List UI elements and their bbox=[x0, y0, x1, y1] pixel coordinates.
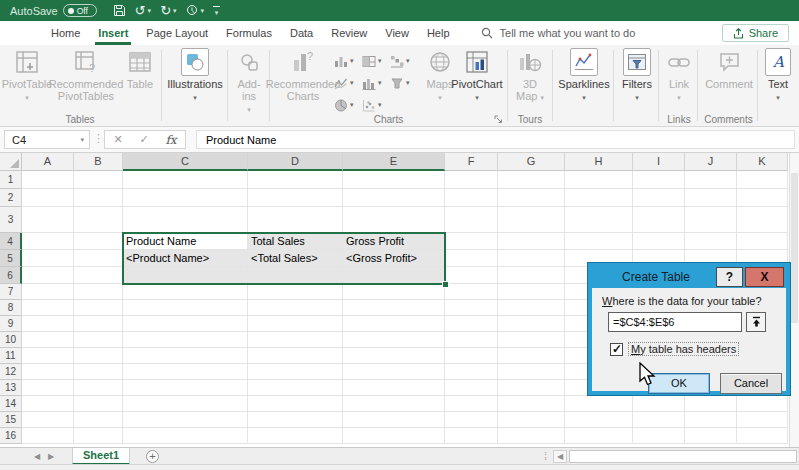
row-header-15[interactable]: 15 bbox=[0, 412, 22, 428]
grid-cell-J2[interactable] bbox=[685, 189, 737, 207]
share-button[interactable]: Share bbox=[722, 24, 789, 42]
horizontal-scrollbar[interactable]: ◀ bbox=[553, 450, 797, 463]
grid-cell-B16[interactable] bbox=[74, 428, 123, 444]
autosave-control[interactable]: AutoSave Off bbox=[10, 4, 97, 17]
grid-cell-E1[interactable] bbox=[343, 171, 445, 189]
grid-cell-K3[interactable] bbox=[737, 207, 788, 233]
grid-cell-B13[interactable] bbox=[74, 380, 123, 396]
table-range-input[interactable] bbox=[608, 312, 742, 332]
grid-cell-C16[interactable] bbox=[123, 428, 248, 444]
fill-handle[interactable] bbox=[442, 281, 449, 288]
grid-cell-C10[interactable] bbox=[123, 332, 248, 348]
formula-bar-drag-handle[interactable]: ⋮ bbox=[93, 132, 104, 145]
grid-cell-H14[interactable] bbox=[565, 396, 633, 412]
grid-cell-C6[interactable] bbox=[123, 267, 248, 284]
grid-cell-F14[interactable] bbox=[445, 396, 498, 412]
tell-me-search[interactable]: Tell me what you want to do bbox=[481, 27, 636, 39]
pivotchart-button[interactable]: PivotChart ▾ bbox=[450, 48, 504, 104]
column-header-J[interactable]: J bbox=[685, 153, 737, 171]
sheet-tab-sheet1[interactable]: Sheet1 bbox=[72, 448, 130, 465]
dialog-title-bar[interactable]: Create Table ? X bbox=[592, 267, 786, 288]
grid-cell-C3[interactable] bbox=[123, 207, 248, 233]
tab-review[interactable]: Review bbox=[322, 21, 376, 45]
formula-input[interactable]: Product Name bbox=[196, 130, 795, 149]
grid-cell-E14[interactable] bbox=[343, 396, 445, 412]
row-header-3[interactable]: 3 bbox=[0, 207, 22, 233]
grid-cell-K16[interactable] bbox=[737, 428, 788, 444]
grid-cell-D6[interactable] bbox=[248, 267, 343, 284]
previous-sheet-arrow[interactable]: ◀ bbox=[30, 452, 44, 461]
grid-cell-J3[interactable] bbox=[685, 207, 737, 233]
grid-cell-J1[interactable] bbox=[685, 171, 737, 189]
grid-cell-A5[interactable] bbox=[22, 250, 74, 267]
grid-cell-F12[interactable] bbox=[445, 364, 498, 380]
grid-cell-F8[interactable] bbox=[445, 300, 498, 316]
grid-cell-K2[interactable] bbox=[737, 189, 788, 207]
grid-cell-D8[interactable] bbox=[248, 300, 343, 316]
grid-cell-D9[interactable] bbox=[248, 316, 343, 332]
row-header-6[interactable]: 6 bbox=[0, 267, 22, 284]
grid-cell-G6[interactable] bbox=[498, 267, 565, 284]
grid-cell-G16[interactable] bbox=[498, 428, 565, 444]
column-header-A[interactable]: A bbox=[22, 153, 74, 171]
grid-cell-I2[interactable] bbox=[633, 189, 685, 207]
table-headers-checkbox-label[interactable]: My table has headers bbox=[629, 343, 738, 355]
grid-cell-I4[interactable] bbox=[633, 233, 685, 250]
table-headers-checkbox[interactable] bbox=[610, 343, 623, 356]
grid-cell-F3[interactable] bbox=[445, 207, 498, 233]
grid-cell-C7[interactable] bbox=[123, 284, 248, 300]
row-header-12[interactable]: 12 bbox=[0, 364, 22, 380]
grid-cell-A1[interactable] bbox=[22, 171, 74, 189]
grid-cell-F9[interactable] bbox=[445, 316, 498, 332]
grid-cell-E3[interactable] bbox=[343, 207, 445, 233]
grid-cell-K15[interactable] bbox=[737, 412, 788, 428]
grid-cell-D10[interactable] bbox=[248, 332, 343, 348]
grid-cell-A8[interactable] bbox=[22, 300, 74, 316]
grid-cell-A2[interactable] bbox=[22, 189, 74, 207]
column-header-K[interactable]: K bbox=[737, 153, 788, 171]
grid-cell-C9[interactable] bbox=[123, 316, 248, 332]
charts-dialog-launcher[interactable] bbox=[494, 114, 504, 124]
grid-cell-G7[interactable] bbox=[498, 284, 565, 300]
grid-cell-A9[interactable] bbox=[22, 316, 74, 332]
grid-cell-G1[interactable] bbox=[498, 171, 565, 189]
grid-cell-E13[interactable] bbox=[343, 380, 445, 396]
grid-cell-F10[interactable] bbox=[445, 332, 498, 348]
grid-cell-D11[interactable] bbox=[248, 348, 343, 364]
dialog-help-button[interactable]: ? bbox=[716, 267, 743, 287]
grid-cell-J15[interactable] bbox=[685, 412, 737, 428]
grid-cell-D2[interactable] bbox=[248, 189, 343, 207]
tab-page-layout[interactable]: Page Layout bbox=[137, 21, 217, 45]
grid-cell-D14[interactable] bbox=[248, 396, 343, 412]
grid-cell-H4[interactable] bbox=[565, 233, 633, 250]
grid-cell-H2[interactable] bbox=[565, 189, 633, 207]
grid-cell-C8[interactable] bbox=[123, 300, 248, 316]
save-button[interactable] bbox=[113, 4, 126, 17]
grid-cell-B6[interactable] bbox=[74, 267, 123, 284]
grid-cell-A12[interactable] bbox=[22, 364, 74, 380]
row-header-7[interactable]: 7 bbox=[0, 284, 22, 300]
column-header-E[interactable]: E bbox=[343, 153, 445, 171]
grid-cell-F5[interactable] bbox=[445, 250, 498, 267]
grid-cell-H16[interactable] bbox=[565, 428, 633, 444]
grid-cell-C5[interactable]: <Product Name> bbox=[123, 250, 248, 267]
grid-cell-F13[interactable] bbox=[445, 380, 498, 396]
grid-cell-B11[interactable] bbox=[74, 348, 123, 364]
cancel-button[interactable]: Cancel bbox=[720, 373, 782, 394]
tab-view[interactable]: View bbox=[376, 21, 418, 45]
grid-cell-G3[interactable] bbox=[498, 207, 565, 233]
grid-cell-C12[interactable] bbox=[123, 364, 248, 380]
tab-insert[interactable]: Insert bbox=[89, 21, 137, 45]
grid-cell-D12[interactable] bbox=[248, 364, 343, 380]
tab-home[interactable]: Home bbox=[42, 21, 89, 45]
tab-formulas[interactable]: Formulas bbox=[217, 21, 281, 45]
grid-cell-A7[interactable] bbox=[22, 284, 74, 300]
cancel-entry-icon[interactable]: ✕ bbox=[113, 133, 122, 146]
grid-cell-A6[interactable] bbox=[22, 267, 74, 284]
autosave-toggle[interactable]: Off bbox=[63, 4, 97, 17]
grid-cell-I1[interactable] bbox=[633, 171, 685, 189]
column-header-F[interactable]: F bbox=[445, 153, 498, 171]
grid-cell-B9[interactable] bbox=[74, 316, 123, 332]
grid-cell-J14[interactable] bbox=[685, 396, 737, 412]
insert-function-icon[interactable]: fx bbox=[165, 133, 176, 147]
